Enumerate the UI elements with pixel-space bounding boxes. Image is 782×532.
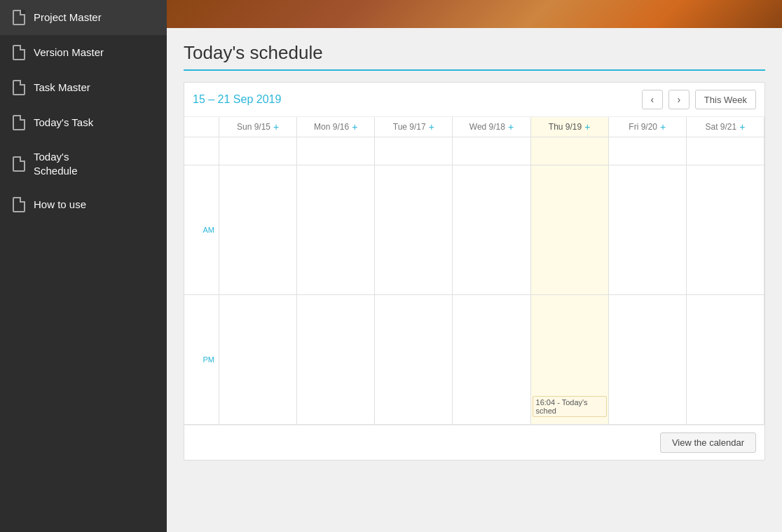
calendar-day-header-3: Wed 9/18+ — [453, 117, 530, 137]
allday-cell-2 — [375, 137, 453, 165]
day-label: Sun 9/15+ — [222, 121, 294, 132]
allday-cell-3 — [453, 137, 530, 165]
sidebar-item-todays-schedule[interactable]: Today'sSchedule — [0, 140, 167, 187]
day-label: Tue 9/17+ — [378, 121, 449, 132]
sidebar-item-label: Version Master — [34, 46, 104, 60]
calendar-nav: 15 – 21 Sep 2019 ‹ › This Week — [184, 83, 764, 117]
allday-cell-4 — [531, 137, 609, 165]
calendar-day-header-6: Sat 9/21+ — [687, 117, 764, 137]
calendar-cell-1-1[interactable] — [297, 295, 375, 425]
calendar-cell-0-0[interactable] — [219, 165, 297, 295]
calendar-day-header-4: Thu 9/19+ — [531, 117, 609, 137]
doc-icon — [13, 45, 25, 60]
calendar-time-header — [184, 117, 219, 137]
doc-icon — [13, 80, 25, 95]
prev-week-button[interactable]: ‹ — [642, 90, 663, 109]
content-area: Today's schedule 15 – 21 Sep 2019 ‹ › Th… — [167, 28, 782, 532]
title-underline — [184, 69, 765, 71]
calendar-cell-0-3[interactable] — [453, 165, 530, 295]
allday-cell-6 — [687, 137, 764, 165]
day-label: Fri 9/20+ — [612, 121, 683, 132]
calendar-cell-1-0[interactable] — [219, 295, 297, 425]
calendar-cell-1-3[interactable] — [453, 295, 530, 425]
sidebar: Project MasterVersion MasterTask MasterT… — [0, 0, 167, 532]
sidebar-item-label: Today'sSchedule — [34, 150, 78, 177]
time-label-pm: PM — [184, 295, 219, 425]
sidebar-item-how-to-use[interactable]: How to use — [0, 187, 167, 222]
time-label-am: AM — [184, 165, 219, 295]
sidebar-item-label: Task Master — [34, 81, 90, 95]
calendar-cell-1-5[interactable] — [609, 295, 687, 425]
this-week-button[interactable]: This Week — [695, 90, 756, 109]
calendar-cell-0-2[interactable] — [375, 165, 453, 295]
add-event-icon[interactable]: + — [273, 121, 279, 132]
header-image — [167, 0, 782, 28]
day-label: Thu 9/19+ — [534, 121, 605, 132]
calendar-day-header-1: Mon 9/16+ — [297, 117, 375, 137]
sidebar-item-label: Project Master — [34, 11, 102, 25]
doc-icon — [13, 156, 25, 172]
allday-cell-1 — [297, 137, 375, 165]
add-event-icon[interactable]: + — [739, 121, 745, 132]
view-calendar-button[interactable]: View the calendar — [660, 432, 756, 453]
add-event-icon[interactable]: + — [584, 121, 590, 132]
calendar-cell-0-5[interactable] — [609, 165, 687, 295]
sidebar-item-todays-task[interactable]: Today's Task — [0, 105, 167, 140]
next-week-button[interactable]: › — [668, 90, 690, 109]
sidebar-item-label: How to use — [34, 198, 86, 212]
calendar-footer: View the calendar — [184, 425, 764, 460]
calendar-cell-0-1[interactable] — [297, 165, 375, 295]
sidebar-item-project-master[interactable]: Project Master — [0, 0, 167, 35]
day-label: Sat 9/21+ — [690, 121, 761, 132]
add-event-icon[interactable]: + — [508, 121, 514, 132]
calendar-cell-1-2[interactable] — [375, 295, 453, 425]
calendar-event[interactable]: 16:04 - Today's sched — [533, 396, 607, 417]
calendar-grid: Sun 9/15+Mon 9/16+Tue 9/17+Wed 9/18+Thu … — [184, 117, 764, 425]
calendar-widget: 15 – 21 Sep 2019 ‹ › This Week Sun 9/15+… — [184, 82, 765, 461]
calendar-day-header-2: Tue 9/17+ — [375, 117, 453, 137]
allday-cell-0 — [219, 137, 297, 165]
allday-cell-5 — [609, 137, 687, 165]
main-content: Today's schedule 15 – 21 Sep 2019 ‹ › Th… — [167, 0, 782, 532]
calendar-cell-1-4[interactable]: 16:04 - Today's sched — [531, 295, 609, 425]
calendar-day-header-5: Fri 9/20+ — [609, 117, 687, 137]
add-event-icon[interactable]: + — [660, 121, 666, 132]
doc-icon — [13, 197, 25, 212]
calendar-cell-0-6[interactable] — [687, 165, 764, 295]
add-event-icon[interactable]: + — [352, 121, 357, 132]
calendar-day-header-0: Sun 9/15+ — [219, 117, 297, 137]
doc-icon — [13, 10, 25, 25]
sidebar-item-label: Today's Task — [34, 116, 93, 130]
calendar-cell-0-4[interactable] — [531, 165, 609, 295]
add-event-icon[interactable]: + — [429, 121, 434, 132]
allday-time-cell — [184, 137, 219, 165]
calendar-cell-1-6[interactable] — [687, 295, 764, 425]
sidebar-item-version-master[interactable]: Version Master — [0, 35, 167, 70]
day-label: Mon 9/16+ — [300, 121, 371, 132]
doc-icon — [13, 115, 25, 130]
page-title: Today's schedule — [184, 42, 765, 64]
sidebar-item-task-master[interactable]: Task Master — [0, 70, 167, 105]
day-label: Wed 9/18+ — [455, 121, 527, 132]
date-range: 15 – 21 Sep 2019 — [193, 93, 636, 106]
